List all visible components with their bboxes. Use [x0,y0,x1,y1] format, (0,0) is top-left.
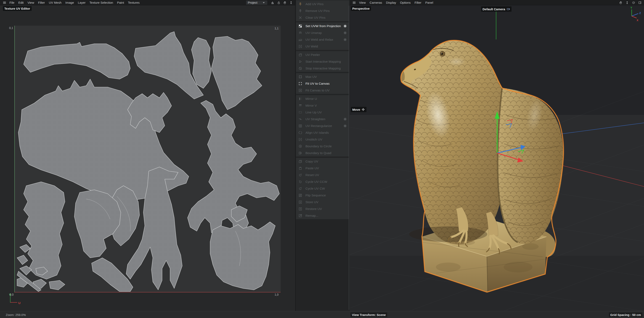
command-group: Mirror UMirror VLine Up UVUV StraightenU… [296,95,349,156]
gear-icon[interactable] [343,24,347,28]
gear-icon[interactable] [343,38,347,42]
command-item-align-uv-islands[interactable]: Align UV Islands [296,129,349,136]
command-label: Clear UV Pins [306,16,347,20]
command-panel-scrollbar[interactable] [348,6,349,310]
menu-item-image[interactable]: Image [65,1,74,4]
viewport-statusbar: View Transform: Scene Grid Spacing : 50 … [350,311,644,318]
menu-item-cameras[interactable]: Cameras [370,1,382,4]
zoom-updown-icon[interactable] [625,0,630,5]
command-item-start-interactive-mapping[interactable]: Start Interactive Mapping [296,58,349,65]
zoom-updown-icon[interactable] [288,0,294,5]
gear-icon[interactable] [343,124,347,128]
command-item-uv-straighten[interactable]: UV Straighten [296,116,349,122]
menu-item-layer[interactable]: Layer [78,1,86,4]
gear-icon[interactable] [343,117,347,121]
command-label: UV Weld [306,44,347,48]
histogram-icon[interactable] [270,0,275,5]
hamburger-menu-icon[interactable] [352,0,356,5]
uv-island[interactable] [24,42,130,79]
menu-item-display[interactable]: Display [386,1,396,4]
command-item-restore-uv[interactable]: Restore UV [296,206,349,212]
uv-island[interactable] [74,190,121,258]
layout-toggle-icon[interactable] [638,0,642,5]
pan-hand-icon[interactable] [282,0,288,5]
pin-icon [298,2,302,6]
uv-island[interactable] [17,255,28,264]
menu-item-edit[interactable]: Edit [18,1,24,4]
gear-icon[interactable] [343,31,347,35]
command-item-uv-unwrap[interactable]: UV Unwrap [296,30,349,36]
ccw-icon [298,180,302,184]
command-item-boundary-to-quad[interactable]: Boundary to Quad [296,150,349,156]
command-item-max-uv[interactable]: Max UV [296,73,349,80]
command-group: UV PeelerStart Interactive MappingStop I… [296,51,349,72]
command-item-cycle-uv-cw[interactable]: Cycle UV CW [296,185,349,192]
y-axis-label: Y [630,6,632,9]
iron-icon [298,38,302,42]
command-item-stop-interactive-mapping[interactable]: Stop Interactive Mapping [296,65,349,72]
uv-island[interactable] [49,280,65,290]
uv-editor-menu: FileEditViewFilterUV MeshImageLayerTextu… [10,1,140,4]
uv-island[interactable] [192,38,212,88]
menu-item-uv-mesh[interactable]: UV Mesh [49,1,62,4]
camera-icon [506,7,510,11]
uv-island[interactable] [134,32,203,99]
perspective-viewport[interactable]: ViewCamerasDisplayOptionsFilterPanel Per… [350,0,644,318]
command-item-mirror-v[interactable]: Mirror V [296,102,349,109]
command-item-fit-uv-to-canvas[interactable]: Fit UV to Canvas [296,80,349,87]
project-dropdown[interactable]: Project [246,0,268,5]
command-item-cycle-uv-ccw[interactable]: Cycle UV CCW [296,178,349,185]
command-item-boundary-to-circle[interactable]: Boundary to Circle [296,143,349,150]
uv-island[interactable] [210,222,275,290]
orbit-icon[interactable] [631,0,636,5]
command-item-uv-weld[interactable]: UV Weld [296,43,349,50]
menu-item-filter[interactable]: Filter [38,1,45,4]
viewport-scene [350,0,644,318]
command-label: Start Interactive Mapping [306,60,347,64]
hamburger-menu-icon[interactable] [2,0,7,5]
command-group: Add UV PinsRemove UV PinsClear UV Pins [296,0,349,21]
paste-icon [298,166,302,170]
command-item-remove-uv-pins[interactable]: Remove UV Pins [296,8,349,14]
uv-island[interactable] [212,36,262,110]
checker-icon [298,24,302,28]
menu-item-file[interactable]: File [10,1,14,4]
command-item-copy-uv[interactable]: Copy UV [296,158,349,165]
camera-label[interactable]: Default Camera [481,6,512,12]
command-item-flip-sequence[interactable]: Flip Sequence [296,192,349,199]
command-item-set-uvw-from-projection[interactable]: Set UVW from Projection [296,22,349,30]
command-item-clear-uv-pins[interactable]: Clear UV Pins [296,14,349,21]
command-item-paste-uv[interactable]: Paste UV [296,165,349,172]
command-item-store-uv[interactable]: Store UV [296,199,349,206]
grid-spacing-status: Grid Spacing : 50 cm [609,312,642,317]
mirroru-icon [298,97,302,101]
menu-item-texture-selection[interactable]: Texture Selection [90,1,113,4]
cw-icon [298,186,302,191]
uv-canvas[interactable] [14,26,280,292]
command-item-remap[interactable]: Remap... [296,212,349,219]
restore-icon [298,207,302,211]
lock-icon[interactable] [276,0,281,5]
command-item-line-up-uv[interactable]: Line Up UV [296,109,349,116]
menu-item-paint[interactable]: Paint [117,1,124,4]
command-item-uv-rectangularize[interactable]: UV Rectangularize [296,122,349,129]
command-item-mirror-u[interactable]: Mirror U [296,95,349,102]
command-item-uv-weld-and-relax[interactable]: UV Weld and Relax [296,36,349,43]
command-label: Copy UV [306,160,347,163]
texture-uv-editor-pane: FileEditViewFilterUV MeshImageLayerTextu… [0,0,295,318]
menu-item-view[interactable]: View [28,1,34,4]
command-item-uv-peeler[interactable]: UV Peeler [296,51,349,58]
command-item-reset-uv[interactable]: Reset UV [296,172,349,178]
orientation-axis-gizmo[interactable]: Y Z X [623,6,642,24]
command-item-add-uv-pins[interactable]: Add UV Pins [296,0,349,8]
menu-item-view[interactable]: View [359,1,366,4]
command-item-unstitch-uv[interactable]: Unstitch UV [296,136,349,143]
pan-hand-icon[interactable] [618,0,623,5]
bodypaint-uv-workspace: { "left_panel": { "menu_items": ["File",… [0,0,644,318]
uv-island[interactable] [24,182,65,279]
command-item-fit-canvas-to-uv[interactable]: Fit Canvas to UV [296,87,349,94]
menu-item-textures[interactable]: Textures [128,1,140,4]
menu-item-panel[interactable]: Panel [425,1,433,4]
menu-item-filter[interactable]: Filter [414,1,421,4]
menu-item-options[interactable]: Options [400,1,411,4]
